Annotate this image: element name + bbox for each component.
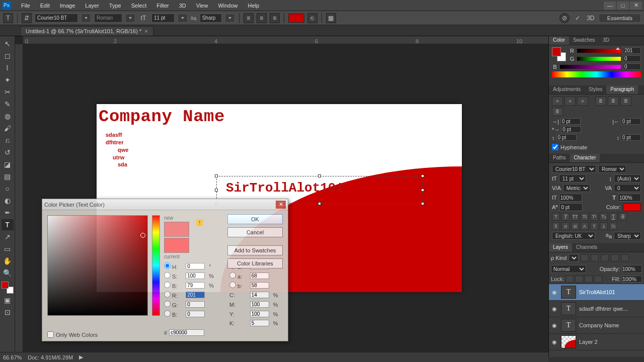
char-vscale[interactable] bbox=[618, 194, 641, 202]
menu-window[interactable]: Window bbox=[213, 1, 243, 10]
smallcaps-icon[interactable]: Tt bbox=[581, 213, 589, 221]
kind-select[interactable] bbox=[569, 254, 579, 262]
ot-6-icon[interactable]: 1 bbox=[600, 222, 608, 230]
s-field[interactable] bbox=[186, 273, 205, 279]
tab-styles[interactable]: Styles bbox=[585, 85, 606, 94]
maximize-button[interactable]: □ bbox=[617, 2, 629, 10]
char-font[interactable]: Courier10 BT bbox=[552, 165, 596, 173]
tab-paths[interactable]: Paths bbox=[549, 154, 570, 162]
para-align-right-icon[interactable]: ≡ bbox=[577, 97, 588, 106]
r-field[interactable] bbox=[186, 292, 205, 298]
antialias-field[interactable] bbox=[200, 14, 222, 23]
g-slider[interactable] bbox=[577, 57, 621, 61]
font-size-field[interactable] bbox=[151, 14, 175, 23]
commit-icon[interactable]: ✓ bbox=[573, 13, 583, 23]
filter-type-icon[interactable] bbox=[601, 254, 609, 261]
lock-all-icon[interactable] bbox=[594, 276, 602, 283]
workspace-selector[interactable]: Essentials bbox=[599, 14, 641, 23]
char-color-swatch[interactable] bbox=[623, 203, 641, 211]
b2-radio[interactable]: b: bbox=[229, 282, 247, 289]
layer-row[interactable]: ◉TCompany Name bbox=[549, 317, 644, 334]
lock-pos-icon[interactable] bbox=[585, 276, 593, 283]
s-radio[interactable]: S: bbox=[164, 272, 183, 280]
tab-3d[interactable]: 3D bbox=[599, 36, 613, 45]
lock-pixels-icon[interactable] bbox=[575, 276, 583, 283]
font-size-dropdown[interactable] bbox=[178, 14, 188, 23]
zoom-level[interactable]: 66.67% bbox=[3, 354, 22, 360]
transform-handle[interactable] bbox=[421, 174, 424, 177]
document-tab[interactable]: Untitled-1 @ 66.7% (SirTrollAlot101, RGB… bbox=[20, 26, 153, 36]
para-justify-all-icon[interactable]: ≣ bbox=[552, 107, 563, 116]
r-slider[interactable] bbox=[577, 49, 621, 53]
transform-handle[interactable] bbox=[215, 189, 218, 192]
shape-tool-icon[interactable]: ▭ bbox=[2, 243, 14, 254]
para-align-center-icon[interactable]: ≡ bbox=[565, 97, 576, 106]
panels-toggle-icon[interactable]: ▦ bbox=[326, 13, 336, 23]
add-swatches-button[interactable]: Add to Swatches bbox=[227, 245, 283, 255]
ot-3-icon[interactable]: st bbox=[571, 222, 579, 230]
color-picker-dialog[interactable]: Color Picker (Text Color) ✕ new current … bbox=[42, 199, 288, 341]
lock-trans-icon[interactable] bbox=[566, 276, 574, 283]
layer-row[interactable]: ◉Tsdasff dfhtrer qwe... bbox=[549, 301, 644, 317]
h-radio[interactable]: H: bbox=[164, 262, 183, 270]
space-before-field[interactable] bbox=[556, 134, 577, 141]
visibility-icon[interactable]: ◉ bbox=[551, 322, 558, 329]
visibility-icon[interactable]: ◉ bbox=[551, 305, 558, 312]
menu-layer[interactable]: Layer bbox=[80, 1, 104, 10]
font-family-dropdown[interactable] bbox=[81, 14, 91, 23]
font-style-dropdown[interactable] bbox=[125, 14, 135, 23]
tab-paragraph[interactable]: Paragraph bbox=[606, 85, 638, 94]
menu-file[interactable]: File bbox=[16, 1, 35, 10]
quickmask-icon[interactable]: ▣ bbox=[2, 295, 14, 306]
b2-field[interactable] bbox=[250, 282, 269, 289]
strike-icon[interactable]: T bbox=[619, 213, 627, 221]
align-left-icon[interactable]: ≡ bbox=[244, 13, 254, 23]
tab-swatches[interactable]: Swatches bbox=[569, 36, 599, 45]
h-field[interactable] bbox=[186, 263, 205, 269]
char-leading[interactable]: (Auto) bbox=[614, 174, 641, 183]
dialog-titlebar[interactable]: Color Picker (Text Color) ✕ bbox=[42, 199, 288, 210]
allcaps-icon[interactable]: TT bbox=[571, 213, 579, 221]
ot-4-icon[interactable]: A bbox=[581, 222, 589, 230]
k-field[interactable] bbox=[250, 320, 269, 326]
subscript-icon[interactable]: T₁ bbox=[600, 213, 608, 221]
gamut-warning-icon[interactable]: ! bbox=[196, 219, 203, 226]
menu-filter[interactable]: Filter bbox=[151, 1, 174, 10]
menu-view[interactable]: View bbox=[191, 1, 213, 10]
ot-7-icon[interactable]: ½ bbox=[609, 222, 617, 230]
menu-select[interactable]: Select bbox=[126, 1, 152, 10]
3d-icon[interactable]: 3D bbox=[586, 13, 596, 23]
tool-preset-icon[interactable]: T bbox=[3, 13, 13, 23]
align-center-icon[interactable]: ≡ bbox=[257, 13, 267, 23]
dodge-tool-icon[interactable]: ◐ bbox=[2, 195, 14, 206]
char-style[interactable]: Roman bbox=[598, 165, 626, 173]
a-radio[interactable]: a: bbox=[229, 272, 247, 280]
warp-text-icon[interactable]: ⎋ bbox=[307, 13, 317, 23]
owc-checkbox[interactable] bbox=[47, 331, 54, 338]
g-field[interactable] bbox=[186, 301, 205, 308]
para-justify-center-icon[interactable]: ≣ bbox=[608, 97, 619, 106]
foreground-background-swatch[interactable] bbox=[2, 282, 14, 294]
bv-field[interactable] bbox=[186, 282, 205, 289]
text-color-swatch[interactable] bbox=[288, 14, 304, 23]
tab-layers[interactable]: Layers bbox=[549, 243, 572, 252]
align-right-icon[interactable]: ≡ bbox=[270, 13, 280, 23]
char-aa[interactable]: Sharp bbox=[614, 232, 641, 240]
c-field[interactable] bbox=[250, 292, 269, 298]
menu-edit[interactable]: Edit bbox=[35, 1, 55, 10]
b-slider[interactable] bbox=[560, 65, 621, 69]
gradient-tool-icon[interactable]: ▤ bbox=[2, 171, 14, 182]
filter-pixel-icon[interactable] bbox=[581, 254, 589, 261]
a-field[interactable] bbox=[250, 273, 269, 279]
tab-adjustments[interactable]: Adjustments bbox=[549, 85, 585, 94]
antialias-dropdown[interactable] bbox=[225, 14, 235, 23]
para-justify-right-icon[interactable]: ≣ bbox=[620, 97, 631, 106]
r-value[interactable] bbox=[623, 47, 641, 54]
char-kerning[interactable]: Metrics bbox=[563, 184, 590, 192]
faux-bold-icon[interactable]: T bbox=[552, 213, 560, 221]
menu-image[interactable]: Image bbox=[55, 1, 80, 10]
ot-5-icon[interactable]: T bbox=[590, 222, 598, 230]
char-tracking[interactable]: 0 bbox=[614, 184, 641, 192]
blend-mode-select[interactable]: Normal bbox=[551, 265, 586, 273]
para-justify-left-icon[interactable]: ≣ bbox=[595, 97, 606, 106]
